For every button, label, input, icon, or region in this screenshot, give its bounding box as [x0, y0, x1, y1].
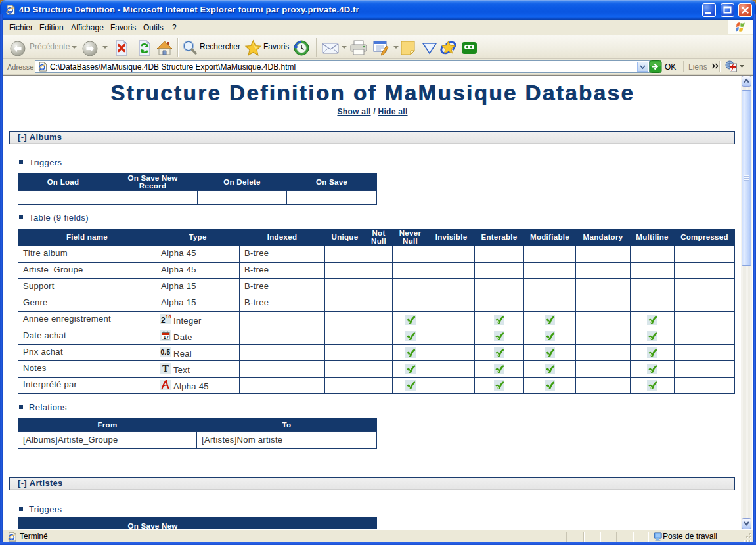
- svg-text:2: 2: [161, 315, 166, 324]
- svg-text:16: 16: [166, 314, 171, 320]
- svg-text:0.5: 0.5: [161, 349, 171, 356]
- svg-text:T: T: [162, 363, 169, 374]
- svg-text:17: 17: [164, 335, 169, 339]
